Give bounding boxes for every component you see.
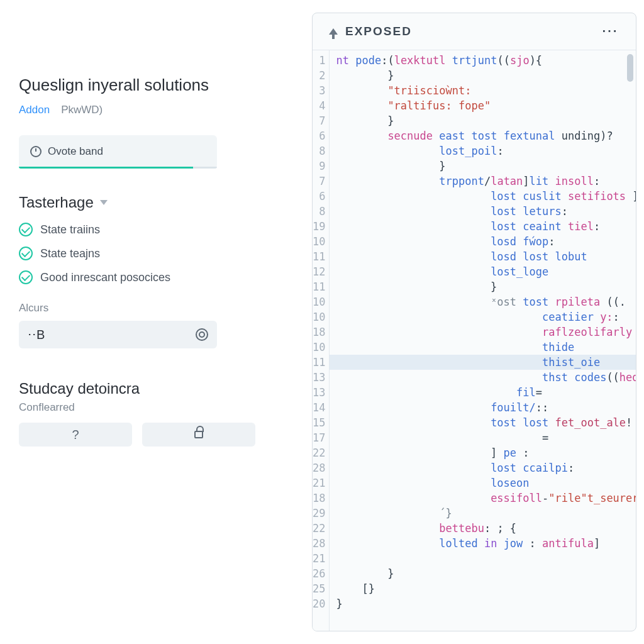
line-gutter: 1234768976819101112111010181011131314151… xyxy=(313,50,330,631)
check-icon xyxy=(19,247,33,260)
check-icon xyxy=(19,223,33,236)
left-panel: Queslign inyerall solutions Addon PkwWD)… xyxy=(0,0,308,644)
arrow-up-icon[interactable] xyxy=(329,28,338,35)
code-line[interactable]: lost ceaint tiel: xyxy=(336,219,636,234)
code-line[interactable]: } xyxy=(336,596,636,611)
line-number: 21 xyxy=(313,551,325,566)
list-item[interactable]: State teajns xyxy=(19,247,289,260)
code-line[interactable]: lolted in jow : antifula] xyxy=(336,536,636,551)
code-line[interactable]: lost_loge xyxy=(336,264,636,279)
code-line[interactable]: } xyxy=(336,113,636,128)
code-line[interactable] xyxy=(336,551,636,566)
check-label: Good inrescant posocices xyxy=(40,271,170,284)
line-number: 10 xyxy=(313,234,325,249)
line-number: 14 xyxy=(313,400,325,415)
code-line[interactable]: ceatiier y:: xyxy=(336,309,636,325)
code-line[interactable]: trppont/latan]lit insoll: xyxy=(336,174,636,189)
line-number: 26 xyxy=(313,566,325,581)
code-line[interactable]: essifoll-"rile"t_seurer"= ]); xyxy=(336,491,636,506)
code-line[interactable]: } xyxy=(336,566,636,581)
code-panel: EXPOSED ⋯ 123476897681910111211101018101… xyxy=(312,13,636,631)
check-icon xyxy=(19,270,33,284)
code-line[interactable]: fil= xyxy=(336,385,636,400)
line-number: 4 xyxy=(313,98,325,113)
progress-label: Ovote band xyxy=(48,145,103,158)
progress-card[interactable]: Ovote band xyxy=(19,135,217,169)
line-number: 20 xyxy=(313,596,325,611)
line-number: 19 xyxy=(313,219,325,234)
twin-row: ? xyxy=(19,423,289,447)
check-list: State traiins State teajns Good inrescan… xyxy=(19,223,289,284)
line-number: 12 xyxy=(313,264,325,279)
code-line[interactable]: lost_poil: xyxy=(336,143,636,158)
section-title: Tasterhage xyxy=(19,194,94,211)
tab-pkwwd[interactable]: PkwWD) xyxy=(61,103,103,118)
scrollbar-thumb[interactable] xyxy=(627,54,633,82)
code-line[interactable]: nt pode:(lexktutl trtjunt((sjo){ xyxy=(336,53,636,68)
help-button[interactable]: ? xyxy=(19,423,132,447)
code-line[interactable]: "raltifus: fope" xyxy=(336,98,636,113)
code-line[interactable]: } xyxy=(336,158,636,174)
code-line[interactable]: lost leturs: xyxy=(336,204,636,219)
code-line[interactable]: [} xyxy=(336,581,636,596)
code-line[interactable]: thist_oie⁺li { xyxy=(330,355,636,370)
check-label: State teajns xyxy=(40,247,100,260)
section-tasterhage-header[interactable]: Tasterhage xyxy=(19,194,289,211)
progress-bar xyxy=(19,167,217,169)
alcurs-label: Alcurs xyxy=(19,302,289,314)
code-line[interactable]: losd fẃop: xyxy=(336,234,636,249)
code-line[interactable]: fouilt/:: xyxy=(336,400,636,415)
list-item[interactable]: Good inrescant posocices xyxy=(19,270,289,284)
code-line[interactable]: tost lost fet_oot_ale! xyxy=(336,415,636,430)
code-lines[interactable]: nt pode:(lexktutl trtjunt((sjo){ } "trii… xyxy=(330,50,636,631)
line-number: 10 xyxy=(313,309,325,325)
line-number: 10 xyxy=(313,294,325,309)
line-number: 11 xyxy=(313,279,325,294)
code-line[interactable]: = xyxy=(336,430,636,445)
line-number: 6 xyxy=(313,128,325,143)
clock-icon xyxy=(30,146,42,157)
code-line[interactable]: "triiscioẁnt: xyxy=(336,83,636,98)
code-line[interactable]: thst codes((hed loe_ietul) : xyxy=(336,370,636,385)
conflearred-label: Conflearred xyxy=(19,401,289,414)
tabs: Addon PkwWD) xyxy=(19,103,289,118)
code-line[interactable]: lost cuslit setifiots ]: xyxy=(336,189,636,204)
code-line[interactable]: ] pe : xyxy=(336,445,636,460)
gear-icon[interactable] xyxy=(196,328,208,341)
line-number: 6 xyxy=(313,189,325,204)
code-line[interactable]: thide xyxy=(336,340,636,355)
tab-addon[interactable]: Addon xyxy=(19,103,50,118)
code-header: EXPOSED ⋯ xyxy=(313,13,636,50)
line-number: 29 xyxy=(313,506,325,521)
code-line[interactable]: secnude east tost fextunal unding)? xyxy=(336,128,636,143)
code-line[interactable]: bettebu: ; { xyxy=(336,521,636,536)
line-number: 22 xyxy=(313,445,325,460)
line-number: 11 xyxy=(313,249,325,264)
line-number: 3 xyxy=(313,83,325,98)
code-line[interactable]: loseon xyxy=(336,475,636,491)
code-line[interactable]: lost ccailpi: xyxy=(336,460,636,475)
code-line[interactable]: losd lost lobut xyxy=(336,249,636,264)
code-line[interactable]: } xyxy=(336,279,636,294)
alcurs-field[interactable]: ⋅⋅B xyxy=(19,321,217,348)
line-number: 2 xyxy=(313,68,325,83)
line-number: 28 xyxy=(313,460,325,475)
line-number: 7 xyxy=(313,113,325,128)
code-line[interactable]: raflzeolifarly xyxy=(336,325,636,340)
lock-button[interactable] xyxy=(142,423,255,447)
studcay-title: Studcay detoincra xyxy=(19,380,289,397)
code-line[interactable]: ˣost tost rpileta ((. xyxy=(336,294,636,309)
code-panel-title: EXPOSED xyxy=(345,25,412,38)
list-item[interactable]: State traiins xyxy=(19,223,289,236)
code-line[interactable]: ´} xyxy=(336,506,636,521)
code-line[interactable]: } xyxy=(336,68,636,83)
code-editor[interactable]: 1234768976819101112111010181011131314151… xyxy=(313,50,636,631)
line-number: 25 xyxy=(313,581,325,596)
more-icon[interactable]: ⋯ xyxy=(601,29,619,34)
line-number: 8 xyxy=(313,204,325,219)
line-number: 13 xyxy=(313,370,325,385)
alcurs-value: ⋅⋅B xyxy=(28,327,45,342)
progress-fill xyxy=(19,167,193,169)
line-number: 11 xyxy=(313,355,325,370)
line-number: 13 xyxy=(313,385,325,400)
